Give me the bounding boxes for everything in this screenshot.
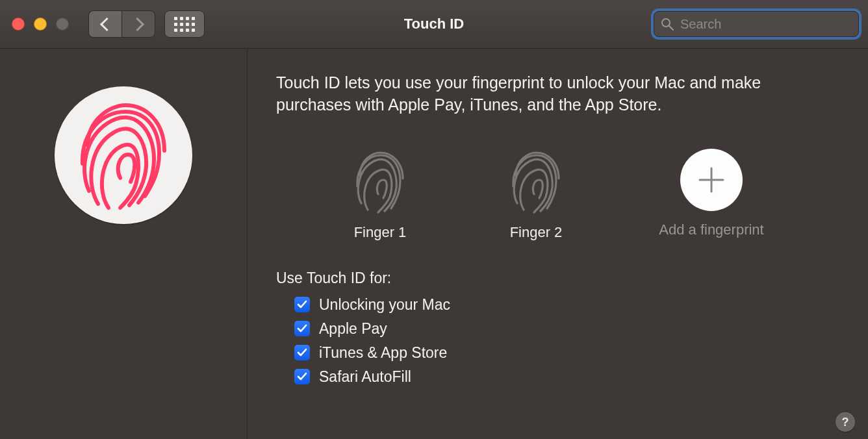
checkbox[interactable] bbox=[294, 297, 310, 312]
option-safari-autofill[interactable]: Safari AutoFill bbox=[294, 368, 839, 386]
check-icon bbox=[297, 324, 307, 333]
fingerprint-icon bbox=[508, 149, 564, 214]
window-controls bbox=[12, 18, 69, 31]
search-input[interactable] bbox=[679, 16, 852, 32]
svg-point-0 bbox=[662, 19, 670, 27]
fingerprint-icon bbox=[75, 100, 172, 210]
use-touch-id-header: Use Touch ID for: bbox=[276, 270, 839, 287]
option-label: iTunes & App Store bbox=[319, 344, 447, 362]
add-fingerprint-label: Add a fingerprint bbox=[659, 221, 763, 238]
option-label: Safari AutoFill bbox=[319, 368, 411, 386]
search-field-container[interactable] bbox=[654, 11, 859, 37]
fingerprint-row: Finger 1 Finger 2 bbox=[341, 149, 839, 241]
add-fingerprint-button[interactable]: Add a fingerprint bbox=[653, 149, 770, 238]
check-icon bbox=[297, 300, 307, 309]
chevron-right-icon bbox=[130, 17, 144, 31]
grid-icon bbox=[174, 17, 195, 32]
question-mark-icon: ? bbox=[842, 416, 849, 429]
show-all-button[interactable] bbox=[164, 10, 205, 38]
chevron-left-icon bbox=[99, 17, 113, 31]
check-icon bbox=[297, 372, 307, 381]
zoom-window-button[interactable] bbox=[56, 18, 69, 31]
fingerprint-label: Finger 1 bbox=[354, 224, 407, 241]
nav-buttons bbox=[88, 10, 155, 38]
titlebar: Touch ID bbox=[0, 0, 868, 49]
content-area: Touch ID lets you use your fingerprint t… bbox=[0, 49, 868, 439]
add-circle bbox=[680, 149, 743, 211]
close-window-button[interactable] bbox=[12, 18, 25, 31]
touch-id-options: Unlocking your Mac Apple Pay iTunes & Ap… bbox=[294, 296, 839, 386]
option-label: Unlocking your Mac bbox=[319, 296, 450, 314]
minimize-window-button[interactable] bbox=[34, 18, 47, 31]
svg-line-1 bbox=[669, 26, 673, 30]
check-icon bbox=[297, 348, 307, 357]
touch-id-hero-icon bbox=[55, 86, 192, 224]
checkbox[interactable] bbox=[294, 345, 310, 360]
help-button[interactable]: ? bbox=[836, 412, 855, 432]
checkbox[interactable] bbox=[294, 321, 310, 336]
back-button[interactable] bbox=[88, 10, 122, 38]
sidebar bbox=[0, 49, 248, 439]
plus-icon bbox=[696, 164, 727, 195]
option-apple-pay[interactable]: Apple Pay bbox=[294, 320, 839, 338]
option-unlock-mac[interactable]: Unlocking your Mac bbox=[294, 296, 839, 314]
description-text: Touch ID lets you use your fingerprint t… bbox=[276, 72, 770, 116]
main-panel: Touch ID lets you use your fingerprint t… bbox=[248, 49, 868, 439]
fingerprint-label: Finger 2 bbox=[510, 224, 563, 241]
fingerprint-slot-1[interactable]: Finger 1 bbox=[341, 149, 419, 241]
option-label: Apple Pay bbox=[319, 320, 387, 338]
checkbox[interactable] bbox=[294, 369, 310, 384]
fingerprint-slot-2[interactable]: Finger 2 bbox=[497, 149, 575, 241]
fingerprint-icon bbox=[352, 149, 408, 214]
option-itunes-appstore[interactable]: iTunes & App Store bbox=[294, 344, 839, 362]
search-icon bbox=[661, 18, 674, 31]
forward-button[interactable] bbox=[121, 10, 155, 38]
